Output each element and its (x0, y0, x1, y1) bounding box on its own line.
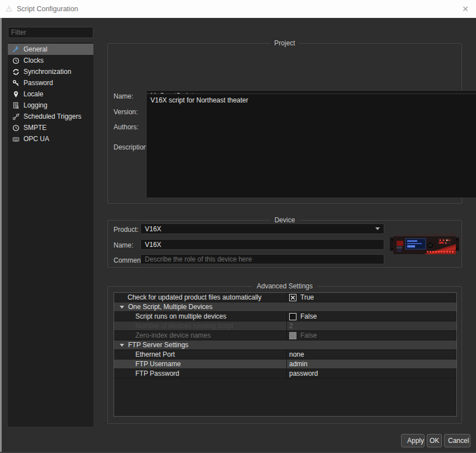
sidebar-item-password[interactable]: Password (8, 77, 93, 88)
checkbox-unchecked-icon[interactable] (289, 313, 296, 320)
clock-icon (12, 124, 20, 132)
setting-value-text: admin (289, 360, 308, 368)
sidebar-item-label: Clocks (23, 57, 44, 64)
setting-value-cell[interactable]: False (286, 312, 456, 321)
group-row-label: One Script, Multiple Devices (128, 303, 213, 311)
sidebar-item-clocks[interactable]: Clocks (8, 55, 93, 66)
setting-value-text: password (289, 370, 318, 377)
setting-row-ethernet-port[interactable]: Ethernet Portnone (114, 350, 456, 359)
sidebar-item-opc-ua[interactable]: OPC UA (8, 133, 93, 144)
trigger-link-icon (12, 113, 20, 120)
collapse-arrow-icon[interactable] (120, 344, 124, 347)
device-comment-input[interactable] (140, 254, 384, 264)
setting-label: Ethernet Port (114, 351, 175, 358)
sidebar-item-label: SMPTE (23, 124, 46, 132)
setting-value-cell[interactable]: admin (286, 359, 456, 368)
setting-value-text: 2 (289, 322, 293, 330)
sync-icon (12, 68, 20, 76)
sidebar-item-scheduled-triggers[interactable]: Scheduled Triggers (8, 111, 93, 122)
settings-category-list: GeneralClocksSynchronizationPasswordLoca… (8, 43, 93, 427)
sidebar-item-label: Password (23, 79, 53, 87)
setting-value-text: True (300, 293, 314, 301)
keyboard-icon (12, 135, 20, 143)
setting-label: Check for updated product files automati… (114, 293, 261, 301)
advanced-settings-title: Advanced Settings (253, 282, 317, 290)
setting-label: Zero-index device names (114, 331, 211, 339)
sidebar-item-locale[interactable]: Locale (8, 88, 93, 100)
sidebar-item-synchronization[interactable]: Synchronization (8, 66, 93, 77)
project-section: Project Name: Version: Authors: Descript… (107, 43, 462, 204)
map-pin-icon (12, 90, 20, 98)
sidebar-item-label: Scheduled Triggers (23, 113, 81, 120)
setting-value-text: False (300, 312, 317, 320)
device-product-label: Product: (114, 226, 139, 233)
sidebar-item-general[interactable]: General (8, 44, 93, 55)
group-row-ftp-server-settings[interactable]: FTP Server Settings (114, 340, 456, 350)
device-name-label: Name: (114, 241, 133, 249)
device-section: Device Product: V16X Name: Comment: (107, 220, 462, 268)
chevron-down-icon (375, 227, 380, 230)
project-section-title: Project (270, 39, 299, 47)
setting-value-text: False (300, 331, 317, 339)
setting-value-cell[interactable]: none (286, 350, 456, 359)
setting-row-number-of-devices-running-script[interactable]: Number of devices running script2 (114, 321, 456, 331)
setting-label: Script runs on multiple devices (114, 312, 227, 320)
setting-value-cell[interactable]: False (286, 331, 456, 340)
setting-row-ftp-username[interactable]: FTP Usernameadmin (114, 359, 456, 369)
device-photo (390, 231, 459, 258)
key-icon (12, 79, 20, 87)
window-title: Script Configuration (17, 5, 78, 13)
setting-label: FTP Username (114, 360, 181, 368)
project-version-label: Version: (114, 108, 138, 116)
log-icon (12, 101, 20, 109)
sidebar-item-label: Logging (23, 101, 48, 109)
checkbox-checked-icon[interactable] (289, 294, 296, 301)
filter-input[interactable] (8, 27, 93, 38)
project-authors-label: Authors: (114, 123, 139, 131)
sidebar-item-smpte[interactable]: SMPTE (8, 122, 93, 133)
setting-label: FTP Password (114, 370, 179, 377)
advanced-settings-section: Advanced Settings Check for updated prod… (107, 286, 462, 424)
sidebar-item-label: Locale (23, 90, 43, 98)
setting-row-script-runs-on-multiple-devices[interactable]: Script runs on multiple devicesFalse (114, 312, 456, 321)
setting-value-cell[interactable]: True (286, 293, 456, 302)
setting-row-ftp-password[interactable]: FTP Passwordpassword (114, 369, 456, 379)
group-row-one-script-multiple-devices[interactable]: One Script, Multiple Devices (114, 302, 456, 312)
setting-value-cell[interactable]: 2 (286, 321, 456, 330)
clock-icon (12, 57, 20, 64)
app-icon (4, 4, 13, 13)
project-name-label: Name: (114, 92, 133, 100)
ok-button[interactable]: OK (427, 434, 442, 447)
title-bar: Script Configuration ✕ (0, 0, 476, 18)
group-row-label: FTP Server Settings (128, 341, 188, 349)
collapse-arrow-icon[interactable] (120, 306, 124, 309)
device-product-dropdown[interactable]: V16X (140, 223, 384, 234)
wrench-icon (12, 45, 20, 53)
checkbox-unchecked-icon[interactable] (289, 332, 296, 339)
setting-value-text: none (289, 351, 304, 358)
project-description-label: Description: (114, 143, 149, 151)
advanced-settings-table: Check for updated product files automati… (114, 292, 457, 417)
setting-label: Number of devices running script (114, 322, 233, 330)
sidebar-item-label: Synchronization (23, 68, 71, 76)
script-configuration-dialog: Script Configuration ✕ GeneralClocksSync… (0, 0, 476, 453)
setting-value-cell[interactable]: password (286, 369, 456, 378)
cancel-button[interactable]: Cancel (444, 434, 470, 447)
device-name-input[interactable] (140, 239, 384, 250)
sidebar-item-label: OPC UA (23, 135, 49, 143)
device-product-value: V16X (145, 225, 375, 233)
window-left-edge (0, 18, 2, 453)
apply-button[interactable]: Apply (401, 434, 425, 447)
sidebar-item-logging[interactable]: Logging (8, 100, 93, 111)
setting-row-zero-index-device-names[interactable]: Zero-index device namesFalse (114, 331, 456, 340)
setting-row-check-for-updated-product-files-automatically[interactable]: Check for updated product files automati… (114, 293, 456, 302)
sidebar-item-label: General (23, 45, 48, 53)
project-description-textarea[interactable] (146, 94, 476, 198)
close-icon[interactable]: ✕ (462, 4, 469, 14)
device-section-title: Device (271, 216, 299, 224)
